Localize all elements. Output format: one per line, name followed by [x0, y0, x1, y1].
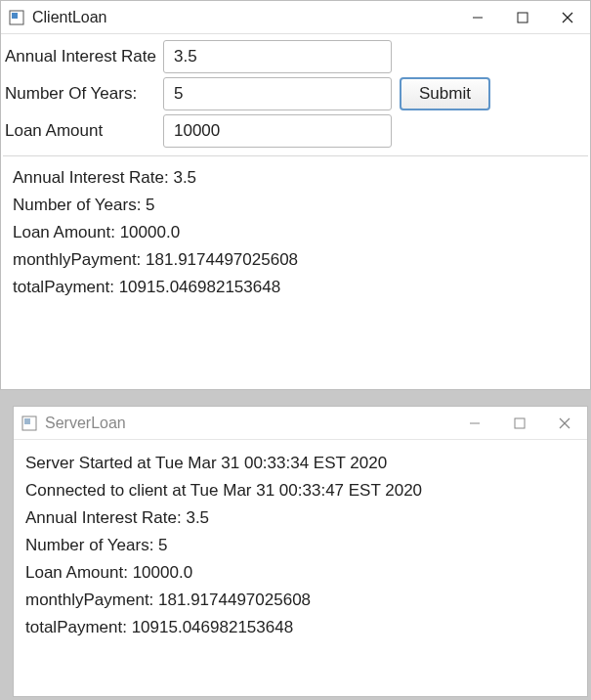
label-years: Number Of Years:	[5, 84, 163, 104]
label-amount: Loan Amount	[5, 121, 163, 141]
client-titlebar[interactable]: ClientLoan	[1, 1, 590, 34]
close-button[interactable]	[545, 1, 590, 34]
client-output: Annual Interest Rate: 3.5 Number of Year…	[3, 155, 588, 387]
client-title: ClientLoan	[32, 9, 107, 26]
row-amount: Loan Amount	[5, 112, 584, 150]
client-form: Annual Interest Rate Number Of Years: Su…	[1, 34, 590, 150]
row-rate: Annual Interest Rate	[5, 38, 584, 75]
input-years[interactable]	[163, 77, 392, 110]
label-rate: Annual Interest Rate	[5, 47, 163, 66]
row-years: Number Of Years: Submit	[5, 75, 584, 112]
submit-button[interactable]: Submit	[400, 77, 490, 110]
input-amount[interactable]	[163, 114, 392, 148]
client-window: ClientLoan Annual Interest Rate Number O…	[0, 0, 591, 390]
app-icon	[21, 416, 37, 431]
server-window: ServerLoan Server Started at Tue Mar 31 …	[13, 406, 588, 697]
minimize-button[interactable]	[452, 407, 497, 440]
minimize-button[interactable]	[455, 1, 500, 34]
maximize-button[interactable]	[497, 407, 542, 440]
svg-rect-7	[24, 418, 30, 424]
app-icon	[9, 10, 24, 25]
input-rate[interactable]	[163, 40, 392, 73]
server-title: ServerLoan	[45, 415, 126, 432]
svg-rect-1	[12, 13, 18, 19]
server-titlebar[interactable]: ServerLoan	[14, 407, 587, 440]
svg-rect-9	[515, 418, 525, 428]
maximize-button[interactable]	[500, 1, 545, 34]
svg-rect-3	[518, 13, 528, 22]
close-button[interactable]	[542, 407, 587, 440]
server-output: Server Started at Tue Mar 31 00:33:34 ES…	[16, 442, 585, 694]
